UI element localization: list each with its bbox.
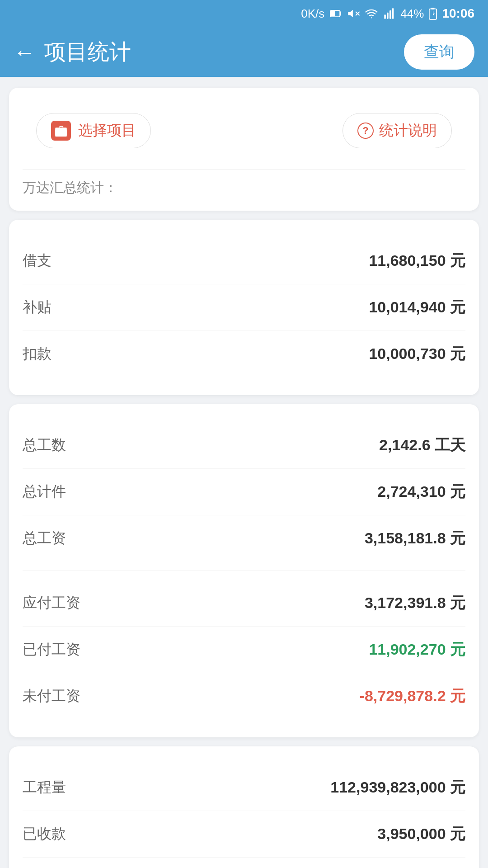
stat-value: 112,939,823,000 元 xyxy=(330,777,465,798)
stat-label: 工程量 xyxy=(23,778,66,797)
engineering-section: 工程量 112,939,823,000 元 已收款 3,950,000 元 已付… xyxy=(23,760,465,868)
table-row: 总工资 3,158,181.8 元 xyxy=(23,515,465,561)
table-row: 已付款 6,443,865 元 xyxy=(23,858,465,868)
svg-rect-6 xyxy=(387,13,389,19)
svg-rect-1 xyxy=(331,11,335,16)
table-row: 应付工资 3,172,391.8 元 xyxy=(23,580,465,627)
stat-label: 扣款 xyxy=(23,344,52,364)
status-icons: 44% 10:06 xyxy=(330,6,474,21)
salary-section: 应付工资 3,172,391.8 元 已付工资 11,902,270 元 未付工… xyxy=(23,576,465,724)
network-speed: 0K/s xyxy=(301,7,324,21)
stat-value: 2,724,310 元 xyxy=(377,481,465,502)
stat-value: 2,142.6 工天 xyxy=(379,435,465,456)
svg-point-4 xyxy=(371,17,372,18)
svg-rect-10 xyxy=(432,8,435,9)
stat-label: 总工数 xyxy=(23,435,66,455)
battery-icon xyxy=(330,7,343,20)
stat-value: 3,172,391.8 元 xyxy=(365,593,465,613)
content-area: 选择项目 ? 统计说明 万达汇总统计： 借支 11,680,150 元 补贴 1… xyxy=(0,77,488,868)
svg-rect-8 xyxy=(392,8,394,19)
stats-info-label: 统计说明 xyxy=(379,121,437,141)
wifi-icon xyxy=(364,7,379,20)
filter-row: 选择项目 ? 统计说明 xyxy=(23,101,465,160)
summary-label: 万达汇总统计： xyxy=(23,169,465,197)
table-row: 未付工资 -8,729,878.2 元 xyxy=(23,673,465,719)
signal-icon xyxy=(383,7,396,20)
stat-label: 总计件 xyxy=(23,482,66,502)
stat-value: 11,680,150 元 xyxy=(369,250,465,271)
stat-label: 应付工资 xyxy=(23,593,80,613)
stat-label: 未付工资 xyxy=(23,686,80,706)
filter-card: 选择项目 ? 统计说明 万达汇总统计： xyxy=(9,88,479,211)
stat-label: 借支 xyxy=(23,251,52,271)
table-row: 已付工资 11,902,270 元 xyxy=(23,627,465,673)
finance-section: 借支 11,680,150 元 补贴 10,014,940 元 扣款 10,00… xyxy=(23,233,465,382)
card-engineering: 工程量 112,939,823,000 元 已收款 3,950,000 元 已付… xyxy=(9,746,479,868)
stat-value: 3,950,000 元 xyxy=(377,824,465,844)
svg-rect-5 xyxy=(385,14,386,19)
time: 10:06 xyxy=(442,6,474,21)
stat-value: 3,158,181.8 元 xyxy=(365,528,465,549)
table-row: 补贴 10,014,940 元 xyxy=(23,284,465,331)
section-divider xyxy=(23,571,465,571)
nav-bar: ← 项目统计 查询 xyxy=(0,27,488,77)
svg-rect-7 xyxy=(389,10,391,19)
select-project-label: 选择项目 xyxy=(78,121,136,141)
status-bar: 0K/s 44% 10:06 xyxy=(0,0,488,27)
table-row: 工程量 112,939,823,000 元 xyxy=(23,764,465,811)
table-row: 总计件 2,724,310 元 xyxy=(23,469,465,515)
table-row: 扣款 10,000,730 元 xyxy=(23,331,465,377)
table-row: 已收款 3,950,000 元 xyxy=(23,811,465,858)
stat-value: -8,729,878.2 元 xyxy=(360,686,465,707)
charging-icon xyxy=(428,7,437,20)
stat-label: 补贴 xyxy=(23,297,52,317)
stat-label: 已收款 xyxy=(23,824,66,844)
stats-info-button[interactable]: ? 统计说明 xyxy=(343,113,452,148)
stat-value: 10,000,730 元 xyxy=(369,344,465,364)
card-finance: 借支 11,680,150 元 补贴 10,014,940 元 扣款 10,00… xyxy=(9,220,479,395)
select-project-button[interactable]: 选择项目 xyxy=(36,113,151,148)
stat-label: 总工资 xyxy=(23,528,66,548)
briefcase-icon xyxy=(51,121,71,141)
back-button[interactable]: ← xyxy=(14,40,35,65)
stat-value: 10,014,940 元 xyxy=(369,297,465,318)
table-row: 借支 11,680,150 元 xyxy=(23,238,465,284)
work-section: 总工数 2,142.6 工天 总计件 2,724,310 元 总工资 3,158… xyxy=(23,418,465,566)
battery-percent: 44% xyxy=(400,7,424,21)
nav-left: ← 项目统计 xyxy=(14,38,131,66)
stat-value: 11,902,270 元 xyxy=(369,639,465,660)
stat-label: 已付工资 xyxy=(23,640,80,660)
mute-icon xyxy=(347,7,360,20)
query-button[interactable]: 查询 xyxy=(404,34,474,70)
page-title: 项目统计 xyxy=(44,38,131,66)
card-wages: 总工数 2,142.6 工天 总计件 2,724,310 元 总工资 3,158… xyxy=(9,404,479,737)
info-circle-icon: ? xyxy=(357,123,374,139)
table-row: 总工数 2,142.6 工天 xyxy=(23,422,465,469)
